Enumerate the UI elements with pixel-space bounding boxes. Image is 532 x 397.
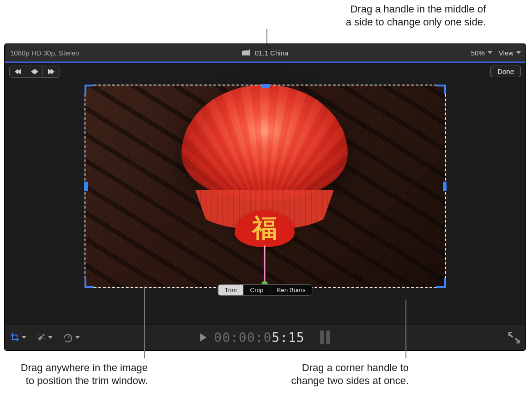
done-button[interactable]: Done [490,66,521,77]
audio-meter-bar [320,330,324,344]
crop-tool-menu[interactable] [10,333,26,342]
nudge-next-button[interactable] [43,66,60,77]
crop-handle-right[interactable] [443,182,447,191]
fullscreen-button[interactable] [508,332,520,344]
zoom-value: 50% [471,49,485,57]
crop-handle-bottom-left[interactable] [85,278,95,288]
chevron-down-icon [48,336,53,339]
timecode-display[interactable]: 00:00:05:15 [214,330,304,345]
effects-tool-menu[interactable] [36,333,53,342]
chevron-down-icon [75,336,80,339]
nudge-prev-button[interactable] [10,66,26,77]
onscreen-controls-row: Done [5,63,526,80]
callout-bottom-left-text: Drag anywhere in the image to position t… [21,362,148,386]
callout-top-text: Drag a handle in the middle of a side to… [346,3,486,28]
audio-meter-bar [326,330,330,344]
svg-point-1 [38,334,39,335]
callout-line-bottom-right [405,299,406,358]
crop-rectangle[interactable] [85,85,446,288]
svg-point-2 [44,338,45,339]
viewer-canvas: 福 Trim Crop [5,80,526,315]
mode-crop-button[interactable]: Crop [244,285,271,295]
callout-line-bottom-left [144,287,145,358]
audio-meter [320,330,330,344]
view-dropdown[interactable]: View [499,49,521,57]
callout-bottom-right: Drag a corner handle to change two sides… [256,361,409,387]
clip-name: 01.1 China [255,49,289,57]
nudge-center-button[interactable] [26,66,43,77]
svg-rect-0 [242,51,250,55]
crop-mode-segmented-control: Trim Crop Ken Burns [218,284,312,296]
chevron-down-icon [22,336,26,339]
crop-handle-bottom-right[interactable] [436,278,446,288]
nudge-segmented-control [9,66,60,78]
timecode-prefix: 00:00:0 [214,330,272,345]
retime-tool-menu[interactable] [63,332,80,342]
crop-handle-top-right[interactable] [436,85,446,95]
play-button[interactable] [200,333,206,342]
clapper-icon [242,49,250,57]
crop-handle-top[interactable] [261,84,270,88]
chevron-down-icon [516,51,521,54]
chevron-down-icon [488,51,492,54]
titlebar-center: 01.1 China [242,49,289,57]
callout-bottom-right-text: Drag a corner handle to change two sides… [291,362,409,386]
mode-trim-button[interactable]: Trim [218,285,243,295]
format-label: 1080p HD 30p, Stereo [5,49,79,57]
mode-ken-burns-button[interactable]: Ken Burns [270,285,312,295]
zoom-dropdown[interactable]: 50% [471,49,492,57]
callout-bottom-left: Drag anywhere in the image to position t… [9,361,148,387]
crop-handle-top-left[interactable] [85,85,95,95]
viewer-window: 1080p HD 30p, Stereo 01.1 China 50% View [5,44,526,350]
crop-handle-left[interactable] [84,182,88,191]
transport-bar: 00:00:05:15 [5,324,526,350]
titlebar: 1080p HD 30p, Stereo 01.1 China 50% View [5,44,526,61]
view-label: View [499,49,514,57]
callout-top: Drag a handle in the middle of a side to… [246,3,486,29]
timecode-value: 5:15 [272,330,304,345]
